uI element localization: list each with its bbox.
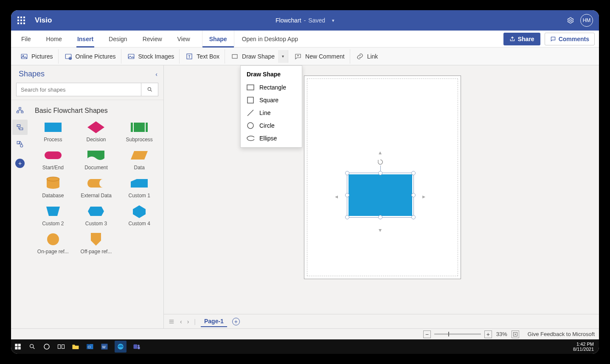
ribbon-pictures-button[interactable]: Pictures <box>15 49 59 64</box>
resize-handle-ne[interactable] <box>411 171 416 175</box>
shape-startend[interactable]: Start/End <box>32 148 74 171</box>
tab-home[interactable]: Home <box>43 31 65 48</box>
autoconnect-arrow-right[interactable]: ▸ <box>422 193 425 200</box>
shape-custom3[interactable]: Custom 3 <box>76 204 117 227</box>
resize-handle-w[interactable] <box>345 193 349 197</box>
taskbar-clock[interactable]: 1:42 PM 8/11/2021 <box>573 342 596 352</box>
resize-handle-n[interactable] <box>378 171 382 175</box>
canvas-area[interactable]: Draw Shape Rectangle Square Line <box>164 65 599 328</box>
user-avatar[interactable]: HM <box>580 14 593 27</box>
svg-point-0 <box>570 20 572 22</box>
search-input[interactable] <box>17 83 141 96</box>
app-launcher-button[interactable] <box>11 10 31 31</box>
page-tab-1[interactable]: Page-1 <box>201 316 227 327</box>
add-stencil-button[interactable]: + <box>15 159 25 168</box>
svg-rect-45 <box>58 345 61 349</box>
text-box-icon <box>186 53 193 60</box>
app-name: Visio <box>35 16 52 25</box>
shape-custom1[interactable]: Custom 1 <box>118 176 160 199</box>
resize-handle-nw[interactable] <box>345 171 349 175</box>
ribbon-draw-shape-button[interactable]: Draw Shape <box>226 49 277 64</box>
menu-circle[interactable]: Circle <box>241 119 302 132</box>
resize-handle-s[interactable] <box>378 215 382 219</box>
taskbar-outlook[interactable]: O <box>86 342 94 351</box>
shape-data[interactable]: Data <box>118 148 160 171</box>
comments-button[interactable]: Comments <box>545 33 595 45</box>
tab-design[interactable]: Design <box>105 31 131 48</box>
flowchart-icon <box>16 123 24 131</box>
cortana-button[interactable] <box>42 342 51 351</box>
resize-handle-se[interactable] <box>411 215 416 219</box>
tab-file[interactable]: File <box>18 31 34 48</box>
pictures-icon <box>20 53 28 60</box>
next-page-button[interactable]: › <box>187 318 189 325</box>
menu-square[interactable]: Square <box>241 94 302 106</box>
task-view-button[interactable] <box>57 342 65 351</box>
stencil-tab-3[interactable] <box>12 137 28 152</box>
resize-handle-sw[interactable] <box>345 215 349 219</box>
zoom-in-button[interactable]: + <box>484 330 492 338</box>
ribbon-new-comment-button[interactable]: New Comment <box>289 49 350 64</box>
tab-insert[interactable]: Insert <box>74 31 97 48</box>
taskbar-teams[interactable] <box>132 342 141 351</box>
shape-document[interactable]: Document <box>76 148 117 171</box>
autoconnect-arrow-left[interactable]: ◂ <box>335 193 338 200</box>
fit-icon <box>513 332 518 337</box>
shape-offpageref[interactable]: Off-page ref... <box>76 232 117 255</box>
feedback-link[interactable]: Give Feedback to Microsoft <box>528 331 595 337</box>
stencil-tab-1[interactable] <box>12 103 28 118</box>
fit-to-window-button[interactable] <box>512 330 519 338</box>
shape-externaldata[interactable]: External Data <box>76 176 117 199</box>
taskbar-file-explorer[interactable] <box>71 342 80 351</box>
selection-frame <box>347 173 414 218</box>
start-button[interactable] <box>14 342 22 351</box>
taskbar-search-button[interactable] <box>28 342 37 351</box>
share-button[interactable]: Share <box>503 33 540 45</box>
rotate-handle[interactable] <box>377 159 384 165</box>
chevron-down-icon[interactable]: ▾ <box>332 18 335 23</box>
autoconnect-arrow-down[interactable]: ▾ <box>379 227 382 233</box>
zoom-out-button[interactable]: − <box>423 330 431 338</box>
stencil-title: Basic Flowchart Shapes <box>32 104 160 120</box>
menu-ellipse[interactable]: Ellipse <box>241 132 302 145</box>
autoconnect-arrow-up[interactable]: ▴ <box>379 149 382 156</box>
ribbon-link-button[interactable]: Link <box>351 49 383 64</box>
shape-custom4[interactable]: Custom 4 <box>118 204 160 227</box>
document-title[interactable]: Flowchart <box>275 17 301 24</box>
draw-shape-dropdown-button[interactable]: ▾ <box>278 50 288 63</box>
ribbon-text-box-button[interactable]: Text Box <box>180 49 225 64</box>
svg-point-44 <box>44 344 49 349</box>
taskbar-edge[interactable] <box>115 341 126 353</box>
shape-custom2[interactable]: Custom 2 <box>32 204 74 227</box>
ribbon-stock-images-button[interactable]: Stock Images <box>122 49 180 64</box>
tab-shape[interactable]: Shape <box>202 31 234 48</box>
svg-point-43 <box>30 344 34 348</box>
shape-subprocess[interactable]: Subprocess <box>118 120 160 143</box>
menu-line[interactable]: Line <box>241 106 302 119</box>
zoom-slider[interactable] <box>434 333 481 335</box>
svg-rect-7 <box>232 54 237 58</box>
collapse-sidebar-button[interactable]: ‹ <box>155 71 157 78</box>
outlook-icon: O <box>86 343 94 350</box>
shape-database[interactable]: Database <box>32 176 74 199</box>
search-button[interactable] <box>141 83 158 96</box>
svg-rect-13 <box>20 128 23 130</box>
online-pictures-icon <box>65 53 72 60</box>
prev-page-button[interactable]: ‹ <box>180 318 182 325</box>
svg-point-8 <box>148 87 151 90</box>
shape-decision[interactable]: Decision <box>76 120 117 143</box>
all-pages-icon[interactable] <box>168 319 175 325</box>
settings-icon[interactable] <box>567 17 574 24</box>
ribbon-online-pictures-button[interactable]: Online Pictures <box>59 49 121 64</box>
shape-onpageref[interactable]: On-page ref... <box>32 232 74 255</box>
menu-rectangle[interactable]: Rectangle <box>241 81 302 94</box>
page-canvas[interactable]: ▴ ▾ ◂ ▸ <box>304 76 461 279</box>
stencil-tab-2[interactable] <box>12 120 28 135</box>
open-in-desktop-app[interactable]: Open in Desktop App <box>242 36 298 42</box>
taskbar-word[interactable]: W <box>100 342 109 351</box>
tab-view[interactable]: View <box>174 31 194 48</box>
tab-review[interactable]: Review <box>139 31 166 48</box>
resize-handle-e[interactable] <box>411 193 416 197</box>
shape-process[interactable]: Process <box>32 120 74 143</box>
add-page-button[interactable]: + <box>232 318 240 325</box>
